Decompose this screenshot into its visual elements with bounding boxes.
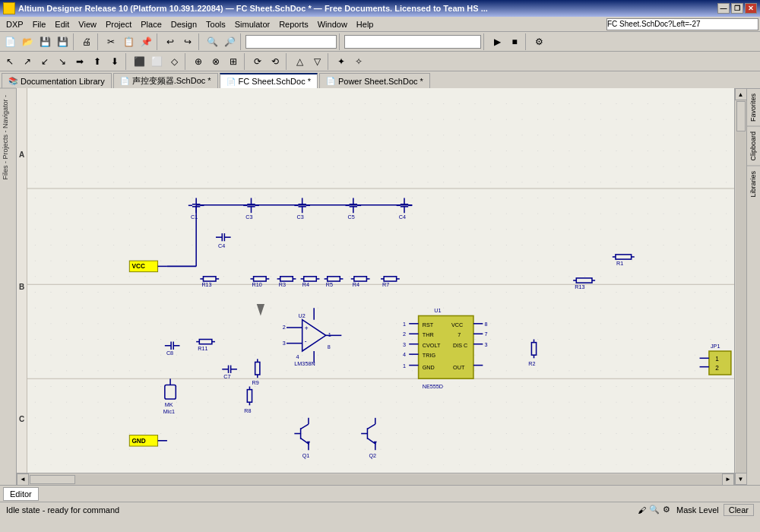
menu-window[interactable]: Window	[313, 18, 352, 30]
save-all-btn[interactable]: 💾	[54, 33, 71, 50]
filter-input[interactable]	[344, 35, 481, 49]
svg-text:3: 3	[403, 341, 406, 348]
svg-text:Q2: Q2	[369, 452, 377, 459]
menu-edit[interactable]: Edit	[50, 18, 74, 30]
menu-simulator[interactable]: Simulator	[230, 18, 274, 30]
tb2-btn4[interactable]: ↘	[54, 53, 71, 70]
menu-file[interactable]: File	[28, 18, 51, 30]
new-btn[interactable]: 📄	[2, 33, 18, 50]
vtab-files[interactable]: Files - Projects - Navigator -	[0, 88, 16, 186]
tb2-btn9[interactable]: ⬜	[148, 53, 165, 70]
scroll-down-btn[interactable]: ▼	[735, 473, 747, 485]
svg-text:R2: R2	[528, 360, 535, 367]
menu-design[interactable]: Design	[166, 18, 201, 30]
settings-icon: ⚙	[663, 505, 670, 515]
stop-btn[interactable]: ■	[506, 33, 523, 50]
tab-editor[interactable]: Editor	[3, 487, 39, 501]
scroll-track-v[interactable]	[736, 100, 746, 473]
paint-icon: 🖌	[638, 505, 646, 515]
scroll-right-btn[interactable]: ►	[722, 473, 734, 486]
svg-text:VCC: VCC	[451, 321, 463, 328]
search-input[interactable]	[245, 35, 337, 49]
tb2-btn15[interactable]: ⟲	[267, 53, 283, 70]
settings-btn[interactable]: ⚙	[530, 33, 547, 50]
tb2-btn12[interactable]: ⊗	[207, 53, 224, 70]
tb2-btn5[interactable]: ➡	[71, 53, 88, 70]
vtab-libraries[interactable]: Libraries	[747, 166, 760, 202]
tab-shengkong[interactable]: 📄 声控变频器.SchDoc *	[113, 73, 218, 88]
toolbar1: 📄 📂 💾 💾 🖨 ✂ 📋 📌 ↩ ↪ 🔍 🔎 ▶ ■ ⚙	[0, 32, 760, 52]
mask-icon: 🔍	[649, 505, 660, 515]
vertical-scrollbar[interactable]: ▲ ▼	[734, 88, 746, 485]
scroll-track-h[interactable]	[29, 474, 722, 485]
svg-text:R9: R9	[252, 379, 259, 386]
tb2-btn14[interactable]: ⟳	[249, 53, 266, 70]
tb2-btn10[interactable]: ◇	[166, 53, 182, 70]
tb2-btn18[interactable]: ✦	[333, 53, 350, 70]
open-btn[interactable]: 📂	[19, 33, 36, 50]
tb2-btn3[interactable]: ↙	[36, 53, 53, 70]
svg-text:7: 7	[458, 331, 461, 338]
tb2-btn6[interactable]: ⬆	[89, 53, 106, 70]
row-label-a: A	[19, 150, 24, 159]
address-bar[interactable]	[606, 18, 758, 30]
menu-help[interactable]: Help	[352, 18, 378, 30]
menu-project[interactable]: Project	[101, 18, 136, 30]
save-btn[interactable]: 💾	[36, 33, 53, 50]
vtab-favorites[interactable]: Favorites	[747, 88, 760, 126]
canvas-area[interactable]: A B C	[17, 88, 746, 485]
zoom-in-btn[interactable]: 🔍	[204, 33, 220, 50]
minimize-button[interactable]: —	[717, 3, 730, 14]
svg-text:NE555D: NE555D	[423, 383, 443, 390]
clear-button[interactable]: Clear	[724, 504, 754, 516]
menu-reports[interactable]: Reports	[274, 18, 313, 30]
copy-btn[interactable]: 📋	[120, 33, 137, 50]
scroll-up-btn[interactable]: ▲	[735, 88, 747, 100]
cut-btn[interactable]: ✂	[103, 33, 119, 50]
svg-text:3: 3	[283, 340, 286, 347]
svg-text:THR: THR	[423, 331, 434, 338]
tb2-btn8[interactable]: ⬛	[131, 53, 147, 70]
svg-text:2: 2	[403, 331, 406, 337]
menu-tools[interactable]: Tools	[201, 18, 230, 30]
tb2-btn1[interactable]: ↖	[2, 53, 18, 70]
tb2-btn16[interactable]: △	[291, 53, 308, 70]
svg-text:R7: R7	[382, 281, 389, 288]
tb2-btn7[interactable]: ⬇	[106, 53, 123, 70]
svg-text:R13: R13	[575, 283, 584, 290]
tb2-btn17[interactable]: ▽	[309, 53, 325, 70]
tb2-btn2[interactable]: ↗	[19, 53, 36, 70]
vtab-clipboard[interactable]: Clipboard	[747, 126, 760, 166]
tab-power-sheet[interactable]: 📄 Power Sheet.SchDoc *	[319, 73, 430, 88]
menu-view[interactable]: View	[74, 18, 101, 30]
tb2-btn19[interactable]: ✧	[350, 53, 367, 70]
print-btn[interactable]: 🖨	[78, 33, 95, 50]
svg-text:C4: C4	[399, 214, 406, 220]
restore-button[interactable]: ❐	[731, 3, 743, 14]
tab-documentation-library[interactable]: 📚 Documentation Library	[2, 73, 112, 88]
menu-dxp[interactable]: DXP	[2, 18, 28, 30]
horizontal-scrollbar[interactable]: ◄ ►	[17, 473, 734, 485]
menu-place[interactable]: Place	[136, 18, 166, 30]
tb2-btn13[interactable]: ⊞	[225, 53, 242, 70]
idle-message: Idle state - ready for command	[6, 505, 119, 515]
close-button[interactable]: ✕	[745, 3, 757, 14]
undo-btn[interactable]: ↩	[162, 33, 179, 50]
scroll-thumb-v[interactable]	[736, 101, 746, 131]
scroll-thumb-h[interactable]	[30, 475, 75, 484]
zoom-out-btn[interactable]: 🔎	[221, 33, 238, 50]
tab-fc-sheet[interactable]: 📄 FC Sheet.SchDoc *	[220, 73, 318, 88]
paste-btn[interactable]: 📌	[138, 33, 154, 50]
svg-text:3: 3	[484, 341, 487, 348]
svg-text:2: 2	[715, 365, 719, 372]
svg-text:C4: C4	[218, 242, 225, 249]
run-btn[interactable]: ▶	[489, 33, 505, 50]
svg-text:C5: C5	[348, 214, 355, 220]
tb2-btn11[interactable]: ⊕	[190, 53, 207, 70]
redo-btn[interactable]: ↪	[179, 33, 196, 50]
svg-text:C3: C3	[296, 214, 303, 220]
scroll-left-btn[interactable]: ◄	[17, 473, 29, 486]
tab-label-0: Documentation Library	[21, 77, 105, 86]
svg-text:U1: U1	[434, 307, 441, 314]
svg-text:R13: R13	[201, 281, 211, 288]
